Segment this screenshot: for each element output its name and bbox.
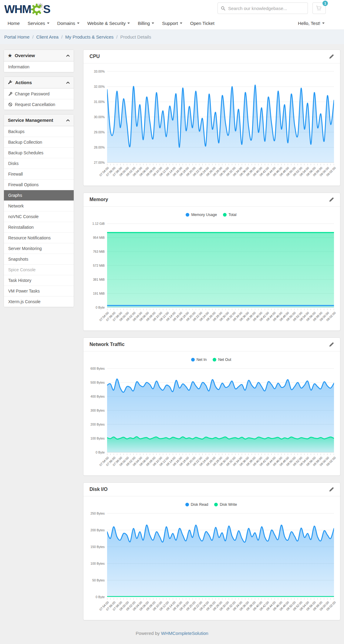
legend-item-total[interactable]: Total	[223, 213, 236, 217]
sidebar-item-label: noVNC Console	[8, 214, 39, 219]
nav-item-website-security[interactable]: Website & Security	[83, 21, 134, 26]
sidebar-item-server-monitoring[interactable]: Server Monitoring	[4, 243, 74, 254]
sidebar-item-backup-schedules[interactable]: Backup Schedules	[4, 147, 74, 158]
breadcrumb-item-client-area[interactable]: Client Area	[36, 34, 59, 39]
legend-label: Net Out	[218, 358, 231, 362]
x-axis-labels: 07:54:0007:56:0007:58:0008:00:0008:02:00…	[107, 455, 334, 472]
caret-down-icon	[77, 22, 79, 24]
chart-title: Disk I/O	[89, 487, 108, 492]
logo-text-s: S	[43, 4, 50, 15]
edit-icon[interactable]	[329, 197, 334, 202]
sidebar-item-label: Backup Schedules	[8, 150, 43, 155]
nav-item-services[interactable]: Services	[24, 21, 53, 26]
sidebar-item-network[interactable]: Network	[4, 200, 74, 211]
y-axis-labels: 600 Bytes500 Bytes400 Bytes300 Bytes200 …	[88, 365, 107, 454]
chart-body: Memory UsageTotal1.12 GiB954 MiB763 MiB5…	[83, 207, 340, 331]
gear-logo-icon	[30, 2, 44, 16]
legend-item-net-in[interactable]: Net In	[191, 358, 207, 362]
user-menu[interactable]: Hello, Test!	[298, 21, 325, 26]
breadcrumb-item-my-products-services[interactable]: My Products & Services	[65, 34, 113, 39]
sidebar-item-reinstallation[interactable]: Reinstallation	[4, 222, 74, 232]
sidebar-item-xterm-js-console[interactable]: Xterm.js Console	[4, 296, 74, 307]
breadcrumb-item-portal-home[interactable]: Portal Home	[4, 34, 29, 39]
sidebar-item-disks[interactable]: Disks	[4, 158, 74, 169]
caret-down-icon	[152, 22, 154, 24]
edit-icon[interactable]	[329, 342, 334, 347]
chevron-up-icon	[66, 54, 70, 57]
sidebar-item-backup-collection[interactable]: Backup Collection	[4, 137, 74, 147]
sidebar-item-change-password[interactable]: Change Password	[4, 88, 74, 99]
nav-item-billing[interactable]: Billing	[134, 21, 158, 26]
y-tick-label: 33.00%	[94, 70, 105, 73]
legend-item-net-out[interactable]: Net Out	[213, 358, 231, 362]
nav-item-open-ticket[interactable]: Open Ticket	[186, 21, 218, 26]
chart-svg-memory	[107, 220, 334, 309]
breadcrumb-separator: /	[61, 34, 62, 39]
chart-legend: Disk ReadDisk Write	[88, 501, 334, 509]
panel-heading-overview[interactable]: ★Overview	[4, 50, 74, 61]
sidebar-item-vm-power-tasks[interactable]: VM Power Tasks	[4, 286, 74, 296]
cart-count-badge: 1	[322, 1, 328, 6]
chart-card-network: Network TrafficNet InNet Out600 Bytes500…	[83, 337, 340, 476]
sidebar-item-label: Request Cancellation	[15, 102, 55, 107]
sidebar-item-novnc-console[interactable]: noVNC Console	[4, 211, 74, 222]
chart-svg-disk	[107, 510, 334, 598]
whmcs-logo[interactable]: WHM S	[4, 2, 50, 16]
legend-item-memory-usage[interactable]: Memory Usage	[186, 213, 217, 217]
sidebar-item-firewall[interactable]: Firewall	[4, 169, 74, 179]
sidebar-panel-overview: ★OverviewInformation	[4, 50, 74, 72]
y-tick-label: 100 Bytes	[90, 437, 105, 440]
panel-heading-service-management[interactable]: Service Management	[4, 115, 74, 126]
chart-legend: Memory UsageTotal	[88, 211, 334, 219]
sidebar-item-snapshots[interactable]: Snapshots	[4, 254, 74, 264]
sidebar-item-firewall-options[interactable]: Firewall Options	[4, 179, 74, 190]
sidebar-item-task-history[interactable]: Task History	[4, 275, 74, 286]
cart-button[interactable]: 1	[312, 2, 326, 14]
y-tick-label: 572 MiB	[93, 264, 105, 267]
sidebar-item-label: Firewall	[8, 172, 23, 176]
main-nav: HomeServicesDomainsWebsite & SecurityBil…	[0, 17, 344, 29]
sidebar-item-label: Change Password	[15, 91, 49, 96]
legend-item-disk-write[interactable]: Disk Write	[214, 502, 237, 507]
footer-text: Powered by	[136, 631, 161, 636]
nav-item-support[interactable]: Support	[158, 21, 186, 26]
sidebar-item-label: Firewall Options	[8, 182, 39, 187]
x-axis-labels: 07:54:0007:56:0007:58:0008:00:0008:02:00…	[107, 310, 334, 327]
breadcrumb: Portal Home/Client Area/My Products & Se…	[4, 34, 151, 39]
sidebar-item-label: Reinstallation	[8, 225, 34, 230]
sidebar-item-information[interactable]: Information	[4, 61, 74, 72]
search-input[interactable]	[228, 6, 305, 11]
y-tick-label: 28.00%	[94, 146, 105, 149]
edit-icon[interactable]	[329, 487, 334, 492]
legend-dot-icon	[191, 358, 195, 361]
sidebar-item-resource-notifications[interactable]: Resource Notifications	[4, 232, 74, 243]
panel-heading-actions[interactable]: Actions	[4, 77, 74, 88]
y-tick-label: 100 Bytes	[90, 562, 105, 565]
legend-item-disk-read[interactable]: Disk Read	[185, 502, 208, 507]
caret-down-icon	[47, 22, 49, 24]
y-tick-label: 1.12 GiB	[92, 222, 105, 225]
nav-item-label: Open Ticket	[190, 21, 214, 26]
sidebar-item-label: Information	[8, 64, 29, 69]
sidebar-item-request-cancellation[interactable]: Request Cancellation	[4, 99, 74, 110]
legend-dot-icon	[223, 213, 227, 217]
breadcrumb-separator: /	[32, 34, 33, 39]
y-tick-label: 191 MiB	[93, 292, 105, 295]
y-tick-label: 250 Bytes	[90, 512, 105, 515]
legend-label: Net In	[197, 358, 207, 362]
panel-title: Overview	[15, 53, 63, 58]
nav-item-home[interactable]: Home	[4, 21, 24, 26]
sidebar-item-spice-console[interactable]: Spice Console	[4, 264, 74, 275]
sidebar-item-backups[interactable]: Backups	[4, 126, 74, 137]
nav-item-domains[interactable]: Domains	[53, 21, 83, 26]
breadcrumb-item-product-details: Product Details	[120, 34, 151, 39]
sidebar-item-graphs[interactable]: Graphs	[4, 190, 74, 200]
edit-icon[interactable]	[329, 54, 334, 59]
y-tick-label: 300 Bytes	[90, 409, 105, 412]
sidebar-item-label: Xterm.js Console	[8, 299, 41, 304]
x-axis-labels: 07:54:0007:56:0007:58:0008:00:0008:02:00…	[107, 165, 334, 183]
sidebar-item-label: Disks	[8, 161, 19, 166]
whmcompletesolution-link[interactable]: WHMCompleteSolution	[161, 631, 208, 636]
y-tick-label: 0 Byte	[96, 450, 105, 454]
chart-row: 1.12 GiB954 MiB763 MiB572 MiB381 MiB191 …	[88, 220, 334, 327]
